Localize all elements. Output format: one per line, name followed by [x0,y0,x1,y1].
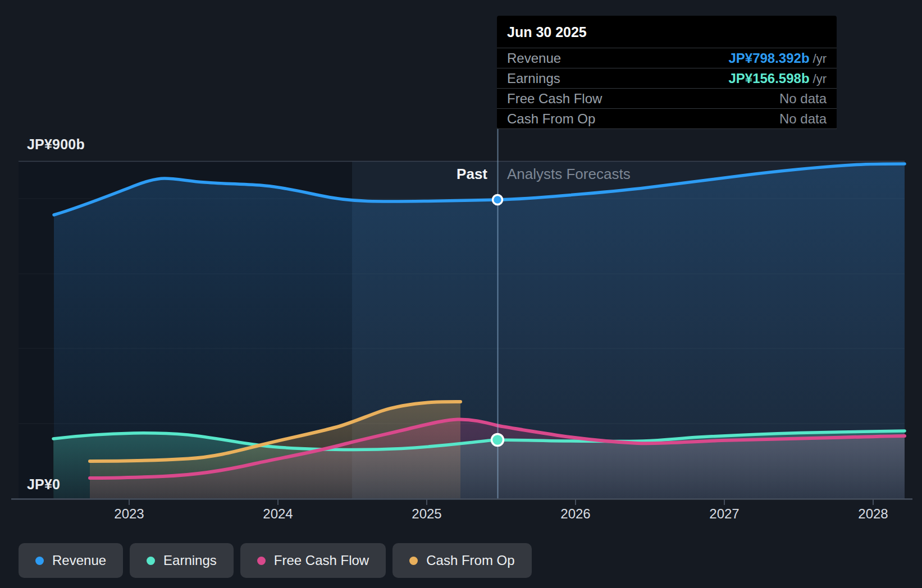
free-cash-flow-dot-icon [257,557,266,565]
chart-legend: Revenue Earnings Free Cash Flow Cash Fro… [19,543,532,578]
legend-cashop-label: Cash From Op [426,553,514,568]
tooltip-fcf-label: Free Cash Flow [507,91,602,107]
legend-earnings-label: Earnings [163,553,217,568]
tooltip-fcf-value: No data [779,91,827,107]
tooltip-row-free-cash-flow: Free Cash Flow No data [497,88,837,108]
tooltip-cashop-label: Cash From Op [507,111,595,127]
legend-item-earnings[interactable]: Earnings [130,543,234,578]
x-tick-2025: 2025 [412,506,441,522]
y-axis-max-label: JP¥900b [27,136,85,153]
revenue-hover-dot[interactable] [493,195,503,205]
tooltip-earnings-label: Earnings [507,71,560,86]
tooltip-earnings-unit: /yr [813,72,827,86]
tooltip-earnings-value: JP¥156.598b [728,71,809,86]
x-tick-2023: 2023 [114,506,144,522]
x-tick-2026: 2026 [560,506,590,522]
legend-item-cash-from-op[interactable]: Cash From Op [392,543,531,578]
y-axis-zero-label: JP¥0 [27,476,60,493]
x-axis [11,499,912,506]
legend-item-revenue[interactable]: Revenue [19,543,123,578]
x-tick-2027: 2027 [709,506,739,522]
cash-from-op-dot-icon [409,557,418,565]
tooltip-revenue-value: JP¥798.392b [728,50,809,66]
tooltip-row-cash-from-op: Cash From Op No data [497,108,837,129]
earnings-hover-dot[interactable] [492,434,504,446]
revenue-dot-icon [35,557,44,565]
tooltip-row-earnings: Earnings JP¥156.598b /yr [497,68,837,88]
tooltip-revenue-unit: /yr [813,52,827,66]
tooltip-revenue-label: Revenue [507,50,561,66]
stock-forecast-chart-page: { "y_axis": { "top_label": "JP¥900b", "b… [0,0,922,588]
legend-fcf-label: Free Cash Flow [274,553,369,568]
x-tick-2028: 2028 [858,506,888,522]
analysts-forecasts-section-label: Analysts Forecasts [507,166,631,183]
past-section-label: Past [404,166,487,183]
chart-tooltip: Jun 30 2025 Revenue JP¥798.392b /yr Earn… [497,16,837,129]
tooltip-row-revenue: Revenue JP¥798.392b /yr [497,48,837,68]
legend-item-free-cash-flow[interactable]: Free Cash Flow [240,543,386,578]
tooltip-cashop-value: No data [779,111,827,127]
x-tick-2024: 2024 [263,506,293,522]
legend-revenue-label: Revenue [52,553,106,568]
earnings-dot-icon [147,557,155,565]
tooltip-date: Jun 30 2025 [497,16,837,48]
